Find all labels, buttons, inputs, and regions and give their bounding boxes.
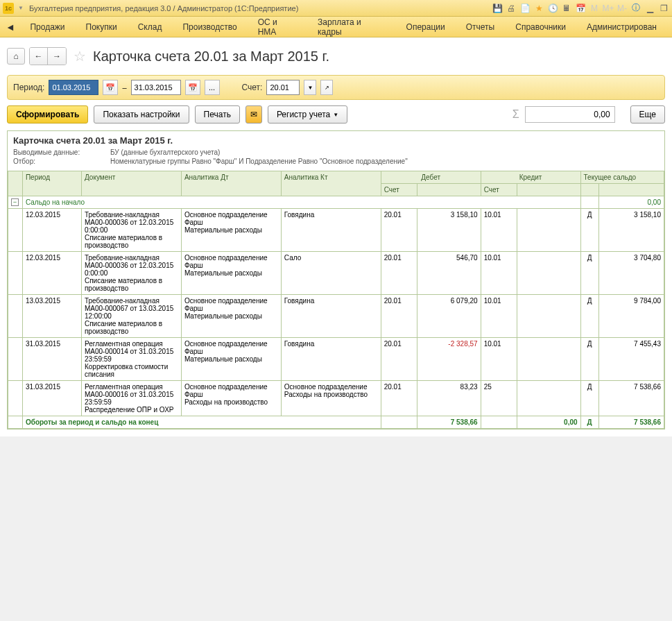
account-open-icon[interactable]: ↗ xyxy=(320,80,333,95)
account-dropdown-icon[interactable]: ▼ xyxy=(304,80,316,95)
date-to-input[interactable] xyxy=(131,80,181,95)
opening-value: 0,00 xyxy=(598,196,664,209)
menu-back-icon[interactable]: ◄ xyxy=(6,22,19,33)
table-row: 13.03.2015Требование-накладная МА00-0000… xyxy=(8,295,664,338)
table-row: 12.03.2015Требование-накладная МА00-0000… xyxy=(8,209,664,252)
favorite-icon[interactable]: ★ xyxy=(533,3,544,14)
table-row: 12.03.2015Требование-накладная МА00-0000… xyxy=(8,252,664,295)
report-sub1-label: Выводимые данные: xyxy=(13,148,83,156)
date-dash: – xyxy=(122,83,126,92)
report-container: Карточка счета 20.01 за Март 2015 г. Выв… xyxy=(7,130,665,429)
table-row: 31.03.2015Регламентная операция МА00-000… xyxy=(8,338,664,381)
report-title: Карточка счета 20.01 за Март 2015 г. xyxy=(13,135,659,146)
m-minus-icon[interactable]: M- xyxy=(617,3,628,14)
opening-row: −Сальдо на начало0,00 xyxy=(8,196,664,209)
th-period: Период xyxy=(22,171,81,196)
calc-icon[interactable]: 🖩 xyxy=(561,3,572,14)
nav-back-button[interactable]: ← xyxy=(30,48,48,65)
home-button[interactable]: ⌂ xyxy=(7,48,25,65)
nav-forward-button[interactable]: → xyxy=(48,48,66,65)
m-icon[interactable]: M xyxy=(589,3,600,14)
date-to-calendar-icon[interactable]: 📅 xyxy=(185,80,200,95)
doc-icon[interactable]: 📄 xyxy=(519,3,531,14)
menu-reports[interactable]: Отчеты xyxy=(456,18,504,36)
th-balance: Текущее сальдо xyxy=(580,171,664,184)
report-sub1-value: БУ (данные бухгалтерского учета) xyxy=(110,148,220,156)
menu-purchases[interactable]: Покупки xyxy=(76,18,127,36)
menu-catalogs[interactable]: Справочники xyxy=(506,18,576,36)
account-label: Счет: xyxy=(242,83,263,92)
th-d-acc: Счет xyxy=(381,184,417,196)
period-label: Период: xyxy=(13,83,44,92)
menu-operations[interactable]: Операции xyxy=(397,18,455,36)
menu-sales[interactable]: Продажи xyxy=(20,18,74,36)
minimize-icon[interactable]: ▁ xyxy=(644,3,655,14)
date-from-input[interactable] xyxy=(49,80,98,95)
filter-bar: Период: 📅 – 📅 ... Счет: ▼ ↗ xyxy=(7,75,665,100)
menu-warehouse[interactable]: Склад xyxy=(128,18,172,36)
closing-row: Обороты за период и сальдо на конец7 538… xyxy=(8,416,664,429)
email-button[interactable]: ✉ xyxy=(245,105,262,124)
menu-admin[interactable]: Администрирован xyxy=(577,18,666,36)
th-doc: Документ xyxy=(81,171,181,196)
collapse-toggle[interactable]: − xyxy=(11,198,19,206)
main-menu: ◄ Продажи Покупки Склад Производство ОС … xyxy=(0,17,672,37)
sum-input[interactable] xyxy=(525,106,615,123)
title-icons: 💾 🖨 📄 ★ 🕓 🖩 📅 M M+ M- ⓘ ▁ ❐ xyxy=(492,3,669,14)
report-sub2-label: Отбор: xyxy=(13,158,83,165)
th-credit: Кредит xyxy=(481,171,580,184)
save-icon[interactable]: 💾 xyxy=(492,3,503,14)
restore-icon[interactable]: ❐ xyxy=(658,3,669,14)
th-akt: Аналитика Кт xyxy=(281,171,381,196)
favorite-star-icon[interactable]: ☆ xyxy=(74,48,86,65)
print-icon[interactable]: 🖨 xyxy=(506,3,517,14)
app-menu-dropdown-icon[interactable]: ▼ xyxy=(18,5,25,12)
calendar-icon[interactable]: 📅 xyxy=(575,3,586,14)
report-table: Период Документ Аналитика Дт Аналитика К… xyxy=(8,171,664,429)
menu-payroll[interactable]: Зарплата и кадры xyxy=(308,13,395,41)
page-header: ⌂ ← → ☆ Карточка счета 20.01 за Март 201… xyxy=(7,42,665,75)
menu-assets[interactable]: ОС и НМА xyxy=(248,13,307,41)
content-area: ⌂ ← → ☆ Карточка счета 20.01 за Март 201… xyxy=(0,37,672,436)
page-title: Карточка счета 20.01 за Март 2015 г. xyxy=(93,49,329,65)
closing-label: Обороты за период и сальдо на конец xyxy=(22,416,381,429)
th-debit: Дебет xyxy=(381,171,481,184)
account-input[interactable] xyxy=(266,80,300,95)
table-row: 31.03.2015Регламентная операция МА00-000… xyxy=(8,381,664,416)
register-button[interactable]: Регистр учета ▼ xyxy=(268,105,347,124)
menu-production[interactable]: Производство xyxy=(173,18,246,36)
report-sub2-value: Номенклатурные группы Равно "Фарш" И Под… xyxy=(110,158,408,165)
period-select-button[interactable]: ... xyxy=(205,80,220,95)
date-from-calendar-icon[interactable]: 📅 xyxy=(103,80,118,95)
th-adt: Аналитика Дт xyxy=(181,171,281,196)
more-button[interactable]: Еще xyxy=(630,105,665,124)
action-bar: Сформировать Показать настройки Печать ✉… xyxy=(7,105,665,124)
history-icon[interactable]: 🕓 xyxy=(547,3,558,14)
report-header: Карточка счета 20.01 за Март 2015 г. Выв… xyxy=(8,131,664,171)
window-title: Бухгалтерия предприятия, редакция 3.0 / … xyxy=(29,4,492,12)
show-settings-button[interactable]: Показать настройки xyxy=(94,105,189,124)
generate-button[interactable]: Сформировать xyxy=(7,105,88,124)
app-logo-icon: 1c xyxy=(3,3,14,14)
sigma-icon: Σ xyxy=(512,108,519,121)
th-c-acc: Счет xyxy=(481,184,517,196)
m-plus-icon[interactable]: M+ xyxy=(603,3,614,14)
help-icon[interactable]: ⓘ xyxy=(630,3,641,14)
print-button[interactable]: Печать xyxy=(195,105,240,124)
opening-label: Сальдо на начало xyxy=(22,196,580,209)
